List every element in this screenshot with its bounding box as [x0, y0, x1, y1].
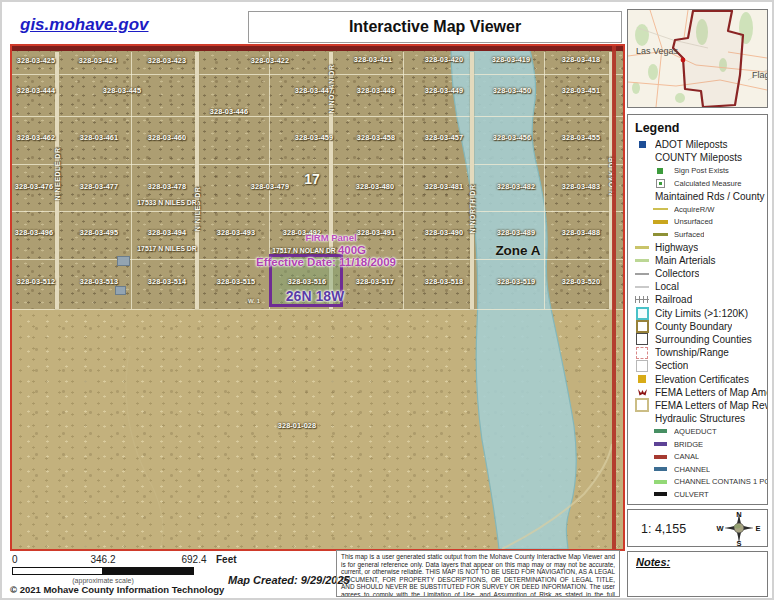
parcel-grid-line [544, 52, 545, 309]
legend-item: Elevation Certificates [628, 372, 767, 385]
local-icon [635, 286, 649, 288]
parcel-label: 328-03-421 [354, 55, 392, 64]
acquire-rw-icon [653, 208, 668, 210]
legend-icon-slot [652, 168, 668, 174]
parcel-label: 328-03-479 [251, 182, 289, 191]
legend-title: Legend [628, 115, 767, 138]
legend-item-label: CHANNEL [674, 465, 710, 474]
legend-icon-slot [652, 220, 668, 224]
legend-item-label: Main Arterials [655, 255, 716, 266]
legend-item-label: AcquireR/W [674, 205, 715, 214]
overview-map-graphic [628, 10, 767, 107]
legend-icon-slot [652, 467, 668, 471]
parcel-label: 328-03-517 [356, 277, 394, 286]
scale-compass-box: 1: 4,155 NESW [627, 509, 768, 547]
legend-icon-slot [635, 246, 649, 249]
legend-icon-slot [635, 398, 649, 412]
legend-item: City Limits (>1:120K) [628, 306, 767, 319]
legend-item: Surrounding Counties [628, 333, 767, 346]
legend-icon-slot [652, 179, 668, 188]
legend-item: Railroad [628, 293, 767, 306]
culvert-icon [654, 492, 667, 496]
legend-icon-slot [635, 375, 649, 383]
parcel-label: 328-03-444 [17, 86, 55, 95]
disclaimer-text: This map is a user generated static outp… [341, 553, 615, 597]
legend-icon-slot [652, 429, 668, 433]
legend-item: CULVERT [628, 488, 767, 501]
compass-direction-e: E [755, 524, 760, 533]
scale-ratio: 1: 4,155 [641, 522, 686, 536]
parcel-label: 328-03-419 [492, 55, 530, 64]
legend-icon-slot [635, 296, 649, 303]
legend-item-label: Elevation Certificates [655, 374, 749, 385]
aqueduct-icon [654, 429, 667, 433]
parcel-label: 328-03-422 [251, 56, 289, 65]
parcel-label: 328-03-447 [295, 86, 333, 95]
legend-icon-slot [652, 208, 668, 210]
scale-bar [12, 567, 194, 575]
flood-zone-label: Zone A [495, 243, 540, 258]
legend-icon-slot [635, 286, 649, 288]
sign-post-icon [657, 168, 663, 174]
parcel-label: 328-03-480 [356, 182, 394, 191]
legend-item: CANAL [628, 450, 767, 463]
legend-item: CHANNEL [628, 463, 767, 476]
notes-label: Notes: [636, 556, 670, 568]
parcel-grid-line [403, 52, 404, 309]
parcel-label: 328-03-496 [15, 228, 53, 237]
legend-icon-slot [635, 388, 649, 397]
road-line [470, 52, 474, 309]
legend-item-label: Sign Post Exists [674, 166, 729, 175]
legend-icon-slot [635, 320, 649, 333]
parcel-label: 328-03-513 [80, 277, 118, 286]
legend-item: Local [628, 280, 767, 293]
legend-item-label: CANAL [674, 452, 699, 461]
parcel-label: 328-03-516 [288, 277, 326, 286]
parcel-label: 328-03-462 [17, 133, 55, 142]
legend-item-label: BRIDGE [674, 440, 703, 449]
adot-milepost-icon [639, 141, 646, 148]
legend-icon-slot [635, 259, 649, 262]
legend-item: FEMA Letters of Map Amendme [628, 386, 767, 399]
legend-item: AQUEDUCT [628, 425, 767, 438]
fema-loma-icon [637, 388, 648, 397]
parcel-label: 328-03-489 [497, 228, 535, 237]
legend-item-label: Local [655, 281, 679, 292]
legend-item: Section [628, 359, 767, 372]
parcel-label: 328-03-424 [79, 56, 117, 65]
parcel-label: 328-03-449 [425, 86, 463, 95]
overview-place-label: Flagsta [752, 70, 768, 80]
legend-item-label: Maintained Rds / County Routes [655, 191, 767, 202]
parcel-label: 328-03-515 [217, 277, 255, 286]
railroad-icon [635, 296, 649, 303]
parcel-label: 328-03-490 [425, 228, 463, 237]
legend-item: FEMA Letters of Map Revision [628, 399, 767, 412]
address-label: 17517 N NOLAN DR [272, 247, 335, 254]
city-limits-icon [636, 307, 649, 320]
legend-item-label: COUNTY Mileposts [655, 152, 742, 163]
parcel-label: 328-03-446 [210, 107, 248, 116]
parcel-label: 328-03-491 [357, 228, 395, 237]
legend-box: Legend ADOT MilepostsCOUNTY MilepostsSig… [627, 114, 768, 505]
parcel-label: 328-03-518 [425, 277, 463, 286]
parcel-label: 328-03-448 [357, 86, 395, 95]
parcel-label: 328-03-495 [80, 228, 118, 237]
legend-icon-slot [635, 273, 649, 275]
legend-item-label: ADOT Mileposts [655, 139, 728, 150]
parcel-grid-line [12, 164, 623, 165]
parcel-label: 328-03-445 [103, 86, 141, 95]
legend-item: County Boundary [628, 320, 767, 333]
address-label: 17517 N NILES DR [137, 245, 196, 252]
site-link[interactable]: gis.mohave.gov [20, 15, 148, 35]
township-boundary-right [612, 46, 616, 549]
channel-icon [654, 467, 667, 471]
legend-item-label: Section [655, 360, 688, 371]
parcel-label: 328-03-425 [17, 56, 55, 65]
legend-item: ADOT Mileposts [628, 138, 767, 151]
copyright-text: © 2021 Mohave County Information Technol… [10, 584, 224, 595]
legend-icon-slot [635, 333, 649, 345]
section-icon [636, 360, 648, 372]
parcel-label: 328-03-488 [562, 228, 600, 237]
legend-item: Calculated Measure [628, 177, 767, 190]
parcel-label: 328-03-476 [15, 182, 53, 191]
